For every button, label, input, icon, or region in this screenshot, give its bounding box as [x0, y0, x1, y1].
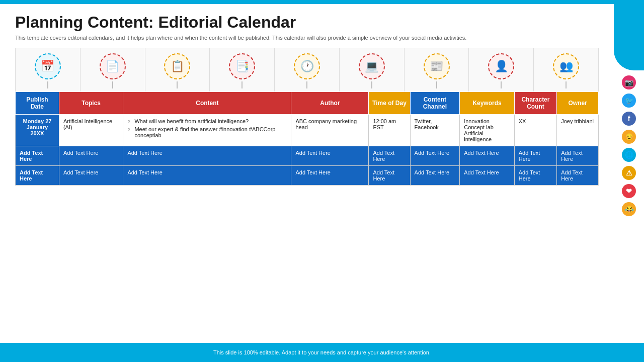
- content-list-item: Meet our expert & find the answer #innov…: [127, 126, 287, 138]
- char-count-icon: 👤: [488, 53, 514, 79]
- cell-topics-add2: Add Text Here: [59, 166, 123, 186]
- icon-stem: [371, 81, 372, 88]
- content-area: Planning Content: Editorial Calendar Thi…: [0, 4, 614, 191]
- top-accent: [0, 0, 644, 4]
- icon-cell-content: 📋: [145, 48, 210, 92]
- owner-icon: 👥: [553, 53, 579, 79]
- heart-icon: ❤: [622, 184, 636, 198]
- cell-char-count-1: XX: [514, 115, 556, 146]
- channel-icon: 💻: [359, 53, 385, 79]
- cell-owner-add1: Add Text Here: [557, 146, 599, 166]
- icon-stem: [436, 81, 437, 88]
- header-time-of-day: Time of Day: [369, 92, 410, 115]
- cell-content-add1: Add Text Here: [123, 146, 291, 166]
- icon-stem: [177, 81, 178, 88]
- icon-stem: [242, 81, 243, 88]
- globe-icon: 🌐: [622, 148, 636, 162]
- header-owner: Owner: [557, 92, 599, 115]
- icon-stem: [501, 81, 502, 88]
- cell-keywords-add1: Add Text Here: [460, 146, 515, 166]
- cell-topics-add1: Add Text Here: [59, 146, 123, 166]
- publish-date-icon: 📅: [35, 53, 61, 79]
- header-publish-date: PublishDate: [16, 92, 59, 115]
- cell-keywords-1: InnovationConcept labArtificial intellig…: [460, 115, 515, 146]
- table-row: Monday 27January 20XX Artificial Intelli…: [16, 115, 599, 146]
- icon-cell-topics: 📄: [80, 48, 145, 92]
- cell-publish-date-1: Monday 27January 20XX: [16, 115, 59, 146]
- header-content-channel: ContentChannel: [410, 92, 460, 115]
- header-char-count: CharacterCount: [514, 92, 556, 115]
- icon-stem: [306, 81, 307, 88]
- icon-cell-owner: 👥: [534, 48, 598, 92]
- cell-content-1: What will we benefit from artificial int…: [123, 115, 291, 146]
- laugh-icon: 😂: [622, 202, 636, 216]
- cell-publish-date-add2: Add Text Here: [16, 166, 59, 186]
- time-icon: 🕐: [294, 53, 320, 79]
- cell-time-add2: Add Text Here: [369, 166, 410, 186]
- bottom-bar: This slide is 100% editable. Adapt it to…: [0, 343, 644, 362]
- cell-author-add1: Add Text Here: [291, 146, 369, 166]
- header-content: Content: [123, 92, 291, 115]
- cell-topics-1: Artificial Intelligence (AI): [59, 115, 123, 146]
- table-row: Add Text Here Add Text Here Add Text Her…: [16, 166, 599, 186]
- instagram-icon: 📷: [622, 75, 636, 89]
- right-accent: [614, 0, 644, 70]
- bottom-text: This slide is 100% editable. Adapt it to…: [213, 349, 431, 355]
- facebook-icon: f: [622, 112, 636, 126]
- topics-icon: 📄: [100, 53, 126, 79]
- keywords-icon: 📰: [424, 53, 450, 79]
- author-icon: 📑: [229, 53, 255, 79]
- cell-publish-date-add1: Add Text Here: [16, 146, 59, 166]
- warning-icon: ⚠: [622, 166, 636, 180]
- cell-time-1: 12:00 am EST: [369, 115, 410, 146]
- twitter-icon: 🐦: [622, 94, 636, 108]
- cell-owner-add2: Add Text Here: [557, 166, 599, 186]
- icon-cell-channel: 💻: [340, 48, 405, 92]
- cell-channel-add1: Add Text Here: [410, 146, 460, 166]
- icons-row: 📅 📄 📋 📑 🕐 💻: [15, 48, 599, 92]
- cell-channel-1: Twitter, Facebook: [410, 115, 460, 146]
- table-row: Add Text Here Add Text Here Add Text Her…: [16, 146, 599, 166]
- cell-time-add1: Add Text Here: [369, 146, 410, 166]
- table-header-row: PublishDate Topics Content Author Time o…: [16, 92, 599, 115]
- icon-stem: [47, 81, 48, 88]
- page-wrapper: Planning Content: Editorial Calendar Thi…: [0, 0, 644, 362]
- icon-stem: [112, 81, 113, 88]
- icon-cell-author: 📑: [210, 48, 275, 92]
- cell-keywords-add2: Add Text Here: [460, 166, 515, 186]
- editorial-calendar-table: PublishDate Topics Content Author Time o…: [15, 92, 599, 186]
- content-list-item: What will we benefit from artificial int…: [127, 118, 287, 124]
- icon-cell-charcount: 👤: [469, 48, 534, 92]
- smile-icon: 😊: [622, 130, 636, 144]
- icon-cell-publish-date: 📅: [16, 48, 80, 92]
- cell-channel-add2: Add Text Here: [410, 166, 460, 186]
- cell-content-add2: Add Text Here: [123, 166, 291, 186]
- page-title: Planning Content: Editorial Calendar: [15, 13, 599, 32]
- cell-char-count-add2: Add Text Here: [514, 166, 556, 186]
- page-subtitle: This template covers editorial calendars…: [15, 35, 493, 41]
- cell-char-count-add1: Add Text Here: [514, 146, 556, 166]
- header-keywords: Keywords: [460, 92, 515, 115]
- cell-author-add2: Add Text Here: [291, 166, 369, 186]
- cell-owner-1: Joey tribbiani: [557, 115, 599, 146]
- header-author: Author: [291, 92, 369, 115]
- icon-cell-time: 🕐: [275, 48, 340, 92]
- header-topics: Topics: [59, 92, 123, 115]
- icon-cell-keywords: 📰: [405, 48, 469, 92]
- content-icon: 📋: [164, 53, 190, 79]
- icon-stem: [566, 81, 567, 88]
- cell-author-1: ABC company marketing head: [291, 115, 369, 146]
- social-sidebar: 📷 🐦 f 😊 🌐 ⚠ ❤ 😂: [614, 70, 644, 221]
